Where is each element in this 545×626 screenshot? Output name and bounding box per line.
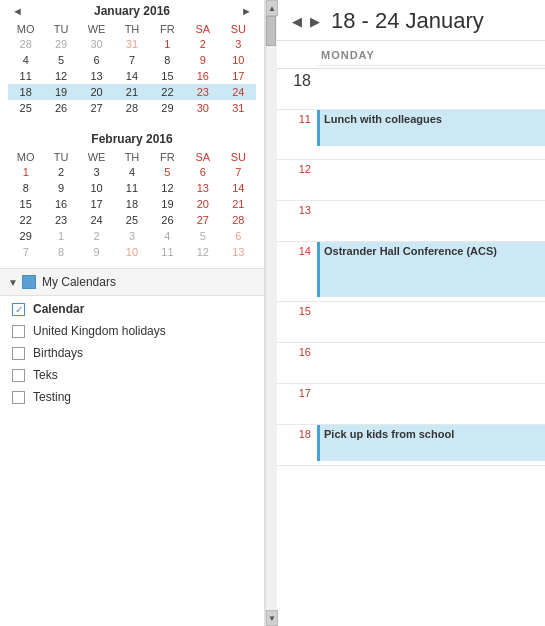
jan-day-cell[interactable]: 26	[43, 100, 78, 116]
jan-day-cell[interactable]: 9	[185, 52, 220, 68]
feb-day-cell[interactable]: 23	[43, 212, 78, 228]
jan-day-cell[interactable]: 17	[221, 68, 256, 84]
jan-day-cell[interactable]: 12	[43, 68, 78, 84]
feb-day-cell[interactable]: 1	[8, 164, 43, 180]
feb-day-cell[interactable]: 5	[150, 164, 185, 180]
jan-day-cell[interactable]: 28	[8, 36, 43, 52]
feb-day-cell[interactable]: 3	[79, 164, 114, 180]
time-12-content[interactable]	[317, 160, 545, 200]
feb-day-cell[interactable]: 17	[79, 196, 114, 212]
feb-day-cell[interactable]: 11	[114, 180, 149, 196]
jan-day-cell[interactable]: 18	[8, 84, 43, 100]
feb-day-cell[interactable]: 15	[8, 196, 43, 212]
jan-day-cell[interactable]: 29	[43, 36, 78, 52]
jan-day-cell[interactable]: 23	[185, 84, 220, 100]
feb-day-cell[interactable]: 9	[79, 244, 114, 260]
feb-day-cell[interactable]: 7	[221, 164, 256, 180]
jan-day-cell[interactable]: 15	[150, 68, 185, 84]
calendar-checkbox[interactable]	[12, 325, 25, 338]
conference-event[interactable]: Ostrander Hall Conference (ACS)	[317, 242, 545, 297]
jan-day-cell[interactable]: 27	[79, 100, 114, 116]
feb-day-cell[interactable]: 7	[8, 244, 43, 260]
week-prev-btn[interactable]: ◀	[289, 14, 305, 29]
time-13-row[interactable]: 13	[277, 201, 545, 242]
jan-day-cell[interactable]: 11	[8, 68, 43, 84]
time-16-row[interactable]: 16	[277, 343, 545, 384]
jan-day-cell[interactable]: 22	[150, 84, 185, 100]
pickup-event[interactable]: Pick up kids from school	[317, 425, 545, 461]
time-12-row[interactable]: 12	[277, 160, 545, 201]
feb-day-cell[interactable]: 21	[221, 196, 256, 212]
feb-day-cell[interactable]: 5	[185, 228, 220, 244]
scroll-thumb[interactable]	[266, 16, 276, 46]
feb-day-cell[interactable]: 27	[185, 212, 220, 228]
time-11-content[interactable]: Lunch with colleagues	[317, 110, 545, 159]
feb-day-cell[interactable]: 6	[221, 228, 256, 244]
jan-day-cell[interactable]: 30	[185, 100, 220, 116]
scroll-down-btn[interactable]: ▼	[266, 610, 278, 626]
feb-day-cell[interactable]: 8	[8, 180, 43, 196]
time-17-row[interactable]: 17	[277, 384, 545, 425]
jan-day-cell[interactable]: 31	[114, 36, 149, 52]
feb-day-cell[interactable]: 16	[43, 196, 78, 212]
time-13-content[interactable]	[317, 201, 545, 241]
time-16-content[interactable]	[317, 343, 545, 383]
calendar-item[interactable]: Testing	[0, 386, 264, 408]
time-14-content[interactable]: Ostrander Hall Conference (ACS)	[317, 242, 545, 301]
jan-day-cell[interactable]: 30	[79, 36, 114, 52]
feb-day-cell[interactable]: 12	[150, 180, 185, 196]
time-17-content[interactable]	[317, 384, 545, 424]
feb-day-cell[interactable]: 3	[114, 228, 149, 244]
time-18-content[interactable]: Pick up kids from school	[317, 425, 545, 465]
feb-day-cell[interactable]: 6	[185, 164, 220, 180]
time-15-row[interactable]: 15	[277, 302, 545, 343]
feb-day-cell[interactable]: 25	[114, 212, 149, 228]
feb-day-cell[interactable]: 26	[150, 212, 185, 228]
scroll-up-btn[interactable]: ▲	[266, 0, 278, 16]
jan-day-cell[interactable]: 8	[150, 52, 185, 68]
jan-day-cell[interactable]: 14	[114, 68, 149, 84]
date-18-content[interactable]	[317, 69, 545, 109]
jan-day-cell[interactable]: 19	[43, 84, 78, 100]
feb-day-cell[interactable]: 13	[185, 180, 220, 196]
feb-day-cell[interactable]: 8	[43, 244, 78, 260]
jan-day-cell[interactable]: 6	[79, 52, 114, 68]
calendar-item[interactable]: Teks	[0, 364, 264, 386]
feb-day-cell[interactable]: 14	[221, 180, 256, 196]
time-15-content[interactable]	[317, 302, 545, 342]
jan-day-cell[interactable]: 1	[150, 36, 185, 52]
jan-day-cell[interactable]: 16	[185, 68, 220, 84]
jan-day-cell[interactable]: 24	[221, 84, 256, 100]
feb-day-cell[interactable]: 24	[79, 212, 114, 228]
calendar-checkbox[interactable]	[12, 369, 25, 382]
feb-day-cell[interactable]: 4	[150, 228, 185, 244]
calendar-item[interactable]: United Kingdom holidays	[0, 320, 264, 342]
jan-day-cell[interactable]: 2	[185, 36, 220, 52]
jan-day-cell[interactable]: 28	[114, 100, 149, 116]
feb-day-cell[interactable]: 10	[79, 180, 114, 196]
jan-day-cell[interactable]: 25	[8, 100, 43, 116]
january-next-btn[interactable]: ►	[237, 4, 256, 18]
feb-day-cell[interactable]: 12	[185, 244, 220, 260]
feb-day-cell[interactable]: 29	[8, 228, 43, 244]
calendar-checkbox[interactable]	[12, 347, 25, 360]
feb-day-cell[interactable]: 10	[114, 244, 149, 260]
feb-day-cell[interactable]: 2	[79, 228, 114, 244]
feb-day-cell[interactable]: 20	[185, 196, 220, 212]
jan-day-cell[interactable]: 29	[150, 100, 185, 116]
feb-day-cell[interactable]: 22	[8, 212, 43, 228]
feb-day-cell[interactable]: 4	[114, 164, 149, 180]
feb-day-cell[interactable]: 18	[114, 196, 149, 212]
calendar-item[interactable]: Calendar	[0, 298, 264, 320]
jan-day-cell[interactable]: 5	[43, 52, 78, 68]
jan-day-cell[interactable]: 13	[79, 68, 114, 84]
week-next-btn[interactable]: ▶	[307, 14, 323, 29]
feb-day-cell[interactable]: 2	[43, 164, 78, 180]
sidebar-scrollbar[interactable]: ▲ ▼	[265, 0, 277, 626]
calendar-checkbox[interactable]	[12, 391, 25, 404]
jan-day-cell[interactable]: 10	[221, 52, 256, 68]
feb-day-cell[interactable]: 28	[221, 212, 256, 228]
feb-day-cell[interactable]: 1	[43, 228, 78, 244]
feb-day-cell[interactable]: 13	[221, 244, 256, 260]
january-prev-btn[interactable]: ◄	[8, 4, 27, 18]
